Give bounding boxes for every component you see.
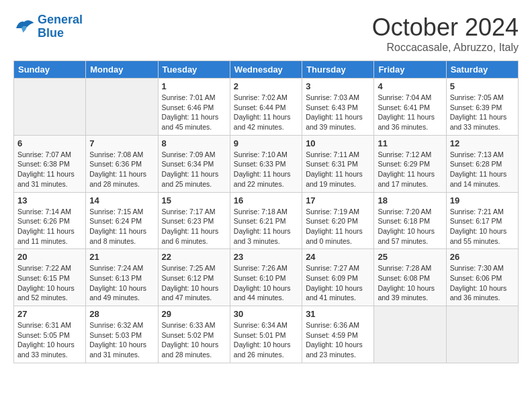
sunset-text: Sunset: 6:21 PM [234, 217, 286, 225]
sunrise-text: Sunrise: 6:31 AM [17, 321, 71, 329]
calendar-day: 21Sunrise: 7:24 AMSunset: 6:13 PMDayligh… [86, 249, 158, 306]
day-info: Sunrise: 7:01 AMSunset: 6:46 PMDaylight:… [162, 93, 226, 132]
day-info: Sunrise: 7:09 AMSunset: 6:34 PMDaylight:… [162, 150, 226, 189]
calendar-week-row: 13Sunrise: 7:14 AMSunset: 6:26 PMDayligh… [14, 192, 519, 249]
daylight-text: Daylight: 11 hours and 3 minutes. [234, 227, 291, 245]
sunrise-text: Sunrise: 7:11 AM [306, 150, 359, 158]
day-info: Sunrise: 7:08 AMSunset: 6:36 PMDaylight:… [89, 150, 154, 189]
calendar-day: 6Sunrise: 7:07 AMSunset: 6:38 PMDaylight… [14, 135, 86, 192]
page-header: General Blue October 2024 Roccacasale, A… [13, 13, 519, 54]
logo-icon [13, 17, 35, 36]
daylight-text: Daylight: 10 hours and 36 minutes. [450, 284, 507, 302]
day-number: 5 [450, 81, 515, 91]
daylight-text: Daylight: 10 hours and 52 minutes. [17, 284, 75, 302]
daylight-text: Daylight: 10 hours and 33 minutes. [17, 340, 75, 359]
sunrise-text: Sunrise: 7:27 AM [306, 264, 359, 272]
day-number: 14 [89, 195, 154, 205]
daylight-text: Daylight: 11 hours and 31 minutes. [17, 170, 75, 188]
sunset-text: Sunset: 6:38 PM [17, 160, 70, 168]
sunset-text: Sunset: 6:08 PM [378, 274, 430, 282]
day-info: Sunrise: 7:05 AMSunset: 6:39 PMDaylight:… [450, 93, 515, 132]
calendar-day: 11Sunrise: 7:12 AMSunset: 6:29 PMDayligh… [374, 135, 446, 192]
calendar-day: 4Sunrise: 7:04 AMSunset: 6:41 PMDaylight… [374, 79, 446, 136]
sunset-text: Sunset: 6:46 PM [162, 103, 214, 111]
day-info: Sunrise: 7:28 AMSunset: 6:08 PMDaylight:… [378, 263, 442, 303]
calendar-day: 30Sunrise: 6:34 AMSunset: 5:01 PMDayligh… [230, 306, 302, 363]
calendar-day: 19Sunrise: 7:21 AMSunset: 6:17 PMDayligh… [446, 192, 518, 249]
daylight-text: Daylight: 10 hours and 44 minutes. [234, 284, 291, 302]
day-number: 27 [17, 309, 82, 319]
sunrise-text: Sunrise: 7:14 AM [17, 208, 71, 216]
weekday-header-wednesday: Wednesday [230, 61, 302, 79]
sunrise-text: Sunrise: 7:09 AM [162, 150, 216, 158]
day-number: 26 [450, 252, 515, 262]
day-number: 19 [450, 195, 515, 205]
sunset-text: Sunset: 6:18 PM [378, 217, 430, 225]
calendar-day: 17Sunrise: 7:19 AMSunset: 6:20 PMDayligh… [302, 192, 374, 249]
sunset-text: Sunset: 6:24 PM [89, 217, 142, 225]
calendar-day: 5Sunrise: 7:05 AMSunset: 6:39 PMDaylight… [446, 79, 518, 136]
day-number: 4 [378, 81, 442, 91]
sunrise-text: Sunrise: 7:22 AM [17, 264, 71, 272]
weekday-header-monday: Monday [86, 61, 158, 79]
calendar-day: 2Sunrise: 7:02 AMSunset: 6:44 PMDaylight… [230, 79, 302, 136]
daylight-text: Daylight: 10 hours and 55 minutes. [450, 227, 507, 245]
sunset-text: Sunset: 6:28 PM [450, 160, 502, 168]
day-number: 6 [17, 138, 82, 148]
day-info: Sunrise: 7:25 AMSunset: 6:12 PMDaylight:… [162, 263, 226, 303]
calendar-week-row: 1Sunrise: 7:01 AMSunset: 6:46 PMDaylight… [14, 79, 519, 136]
day-info: Sunrise: 7:10 AMSunset: 6:33 PMDaylight:… [234, 150, 298, 189]
sunrise-text: Sunrise: 7:08 AM [89, 150, 143, 158]
daylight-text: Daylight: 10 hours and 47 minutes. [162, 284, 219, 302]
daylight-text: Daylight: 10 hours and 39 minutes. [378, 284, 435, 302]
weekday-header-tuesday: Tuesday [158, 61, 230, 79]
day-info: Sunrise: 7:22 AMSunset: 6:15 PMDaylight:… [17, 263, 82, 303]
calendar-day [374, 306, 446, 363]
day-number: 11 [378, 138, 442, 148]
daylight-text: Daylight: 10 hours and 41 minutes. [306, 284, 363, 302]
day-info: Sunrise: 6:34 AMSunset: 5:01 PMDaylight:… [234, 320, 298, 360]
day-number: 25 [378, 252, 442, 262]
calendar-day: 23Sunrise: 7:26 AMSunset: 6:10 PMDayligh… [230, 249, 302, 306]
day-info: Sunrise: 7:18 AMSunset: 6:21 PMDaylight:… [234, 207, 298, 246]
sunrise-text: Sunrise: 7:20 AM [378, 208, 431, 216]
day-number: 12 [450, 138, 515, 148]
sunrise-text: Sunrise: 7:19 AM [306, 208, 359, 216]
sunset-text: Sunset: 6:12 PM [162, 274, 214, 282]
day-number: 1 [162, 81, 226, 91]
sunset-text: Sunset: 5:01 PM [234, 331, 286, 339]
sunrise-text: Sunrise: 7:21 AM [450, 208, 504, 216]
sunrise-text: Sunrise: 7:07 AM [17, 150, 71, 158]
logo-text: General Blue [38, 13, 83, 40]
daylight-text: Daylight: 11 hours and 22 minutes. [234, 170, 291, 188]
day-number: 23 [234, 252, 298, 262]
day-info: Sunrise: 7:12 AMSunset: 6:29 PMDaylight:… [378, 150, 442, 189]
sunrise-text: Sunrise: 7:18 AM [234, 208, 287, 216]
sunset-text: Sunset: 6:10 PM [234, 274, 286, 282]
sunset-text: Sunset: 6:33 PM [234, 160, 286, 168]
sunset-text: Sunset: 5:02 PM [162, 331, 214, 339]
day-number: 17 [306, 195, 370, 205]
day-info: Sunrise: 7:14 AMSunset: 6:26 PMDaylight:… [17, 207, 82, 246]
sunset-text: Sunset: 6:39 PM [450, 103, 502, 111]
sunset-text: Sunset: 6:44 PM [234, 103, 286, 111]
daylight-text: Daylight: 11 hours and 11 minutes. [17, 227, 75, 245]
daylight-text: Daylight: 10 hours and 28 minutes. [162, 340, 219, 359]
month-title: October 2024 [372, 13, 519, 42]
day-number: 31 [306, 309, 370, 319]
sunrise-text: Sunrise: 6:33 AM [162, 321, 216, 329]
day-number: 28 [89, 309, 154, 319]
calendar-day: 15Sunrise: 7:17 AMSunset: 6:23 PMDayligh… [158, 192, 230, 249]
calendar-day: 7Sunrise: 7:08 AMSunset: 6:36 PMDaylight… [86, 135, 158, 192]
day-info: Sunrise: 6:36 AMSunset: 4:59 PMDaylight:… [306, 320, 370, 360]
calendar-day: 1Sunrise: 7:01 AMSunset: 6:46 PMDaylight… [158, 79, 230, 136]
sunset-text: Sunset: 6:43 PM [306, 103, 358, 111]
calendar-day: 31Sunrise: 6:36 AMSunset: 4:59 PMDayligh… [302, 306, 374, 363]
calendar-day [446, 306, 518, 363]
calendar-day: 20Sunrise: 7:22 AMSunset: 6:15 PMDayligh… [14, 249, 86, 306]
day-number: 20 [17, 252, 82, 262]
day-number: 30 [234, 309, 298, 319]
calendar-week-row: 27Sunrise: 6:31 AMSunset: 5:05 PMDayligh… [14, 306, 519, 363]
day-info: Sunrise: 7:17 AMSunset: 6:23 PMDaylight:… [162, 207, 226, 246]
calendar-day: 28Sunrise: 6:32 AMSunset: 5:03 PMDayligh… [86, 306, 158, 363]
